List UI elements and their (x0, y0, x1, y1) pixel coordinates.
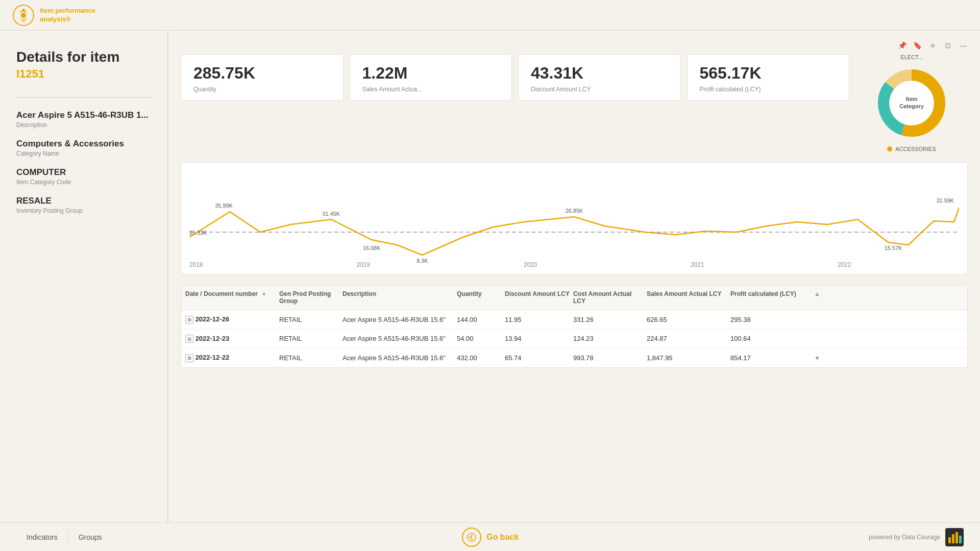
cell-qty-2: 54.00 (457, 335, 503, 342)
back-arrow-icon (467, 533, 476, 542)
svg-text:Item: Item (906, 96, 918, 102)
more-icon[interactable]: — (959, 41, 968, 50)
cell-disc-1: 11.95 (505, 316, 571, 323)
row-expand-2[interactable]: ⊞ (185, 335, 193, 343)
sidebar-divider (16, 97, 151, 98)
line-chart-area: 25.33K 35.99K 31.45K 16.08K 8.3K 26.85K … (181, 162, 968, 274)
cell-desc-2: Acer Aspire 5 A515-46-R3UB 15.6" (342, 335, 455, 342)
donut-chart-svg: Item Category (871, 62, 952, 144)
svg-text:26.85K: 26.85K (566, 208, 583, 214)
bookmark-icon[interactable]: 🔖 (913, 41, 922, 50)
kpi-profit: 565.17K Profit calculated (LCY) (687, 54, 850, 101)
cell-gen-2: RETAIL (279, 335, 340, 342)
svg-text:2020: 2020 (524, 261, 537, 268)
svg-text:Category: Category (899, 103, 924, 109)
cell-sales-3: 1,847.95 (647, 354, 728, 362)
go-back-label: Go back (486, 533, 519, 542)
kpi-sales: 1.22M Sales Amount Actua... (350, 54, 512, 101)
footer-nav: Indicators Groups (16, 529, 112, 545)
expand-view-icon[interactable]: ⊡ (943, 41, 952, 50)
posting-group-value: RESALE (16, 196, 151, 206)
cell-profit-1: 295.38 (730, 316, 812, 323)
logo: item performance analysis® (12, 4, 95, 27)
svg-text:2021: 2021 (691, 261, 704, 268)
header: item performance analysis® (0, 0, 980, 31)
col-profit: Profit calculated (LCY) (730, 290, 812, 305)
svg-rect-28 (955, 532, 958, 543)
cell-date-1: ⊞ 2022-12-26 (185, 315, 277, 324)
cell-cost-1: 331.26 (573, 316, 645, 323)
row-expand-1[interactable]: ⊞ (185, 316, 193, 324)
kpi-profit-label: Profit calculated (LCY) (700, 86, 837, 93)
svg-text:16.08K: 16.08K (363, 245, 381, 251)
col-date: Date / Document number ▼ (185, 290, 277, 305)
kpi-quantity-value: 285.75K (193, 64, 331, 83)
line-chart-svg: 25.33K 35.99K 31.45K 16.08K 8.3K 26.85K … (189, 171, 959, 268)
nav-indicators[interactable]: Indicators (16, 529, 68, 545)
svg-rect-26 (948, 537, 951, 543)
col-description: Description (342, 290, 455, 305)
kpi-row: 285.75K Quantity 1.22M Sales Amount Actu… (181, 54, 968, 152)
table-header: Date / Document number ▼ Gen Prod Postin… (181, 285, 967, 310)
category-value: Computers & Accessories (16, 139, 151, 149)
sidebar-category: Computers & Accessories Category Name (16, 139, 151, 157)
sidebar: Details for item I1251 Acer Aspire 5 A51… (0, 31, 168, 522)
kpi-quantity: 285.75K Quantity (181, 54, 344, 101)
item-id: I1251 (16, 67, 151, 81)
filter-icon[interactable]: ≡ (928, 41, 937, 50)
svg-text:2019: 2019 (356, 261, 370, 268)
sidebar-category-code: COMPUTER Item Category Code (16, 167, 151, 186)
sidebar-description: Acer Aspire 5 A515-46-R3UB 1... Descript… (16, 110, 151, 129)
cell-date-2: ⊞ 2022-12-23 (185, 335, 277, 343)
kpi-discount-label: Discount Amount LCY (531, 86, 668, 93)
table-row: ⊞ 2022-12-23 RETAIL Acer Aspire 5 A515-4… (181, 330, 967, 349)
kpi-discount: 43.31K Discount Amount LCY (518, 54, 681, 101)
svg-text:2018: 2018 (189, 261, 203, 268)
table-row: ⊞ 2022-12-22 RETAIL Acer Aspire 5 A515-4… (181, 348, 967, 367)
svg-text:25.33K: 25.33K (189, 230, 207, 236)
svg-rect-29 (959, 536, 962, 543)
footer: Indicators Groups Go back powered by Dat… (0, 522, 980, 551)
content-area: 📌 🔖 ≡ ⊡ — 285.75K Quantity 1.22M Sales A… (168, 31, 980, 522)
cell-date-3: ⊞ 2022-12-22 (185, 354, 277, 362)
cell-cost-3: 993.78 (573, 354, 645, 362)
row-expand-3[interactable]: ⊞ (185, 354, 193, 362)
svg-point-3 (21, 13, 26, 18)
kpi-sales-value: 1.22M (362, 64, 500, 83)
kpi-profit-value: 565.17K (700, 64, 837, 83)
logo-line2: analysis (40, 15, 66, 23)
go-back-circle-icon (462, 528, 481, 547)
nav-groups[interactable]: Groups (68, 529, 112, 545)
sort-date-icon[interactable]: ▼ (261, 291, 266, 297)
svg-rect-27 (952, 534, 954, 543)
main-layout: Details for item I1251 Acer Aspire 5 A51… (0, 31, 980, 522)
svg-text:8.3K: 8.3K (416, 258, 428, 264)
cell-qty-3: 432.00 (457, 354, 503, 362)
sidebar-posting-group: RESALE Inventory Posting Group (16, 196, 151, 214)
powered-by-text: powered by Data Courage (869, 534, 940, 541)
logo-icon (12, 4, 35, 27)
cell-scroll-3: ▼ (814, 354, 829, 362)
cell-gen-3: RETAIL (279, 354, 340, 362)
toolbar: 📌 🔖 ≡ ⊡ — (181, 41, 968, 50)
donut-chart-container: ELECT... Item Category ACCESSORIE (855, 54, 968, 152)
cell-profit-2: 100.64 (730, 335, 812, 342)
svg-point-24 (468, 533, 476, 541)
category-label: Category Name (16, 150, 151, 157)
sidebar-title: Details for item (16, 49, 151, 65)
logo-text: item performance analysis® (40, 7, 95, 24)
cell-disc-2: 13.94 (505, 335, 571, 342)
powered-by: powered by Data Courage (869, 528, 964, 546)
posting-group-label: Inventory Posting Group (16, 207, 151, 214)
data-courage-logo (945, 528, 964, 546)
col-cost: Cost Amount Actual LCY (573, 290, 645, 305)
donut-label-top: ELECT... (900, 54, 922, 60)
pin-icon[interactable]: 📌 (897, 41, 906, 50)
cell-cost-2: 124.23 (573, 335, 645, 342)
svg-text:31.45K: 31.45K (323, 211, 340, 217)
svg-marker-2 (19, 17, 28, 22)
cell-disc-3: 65.74 (505, 354, 571, 362)
go-back-button[interactable]: Go back (462, 528, 519, 547)
col-gen-prod: Gen Prod Posting Group (279, 290, 340, 305)
col-quantity: Quantity (457, 290, 503, 305)
